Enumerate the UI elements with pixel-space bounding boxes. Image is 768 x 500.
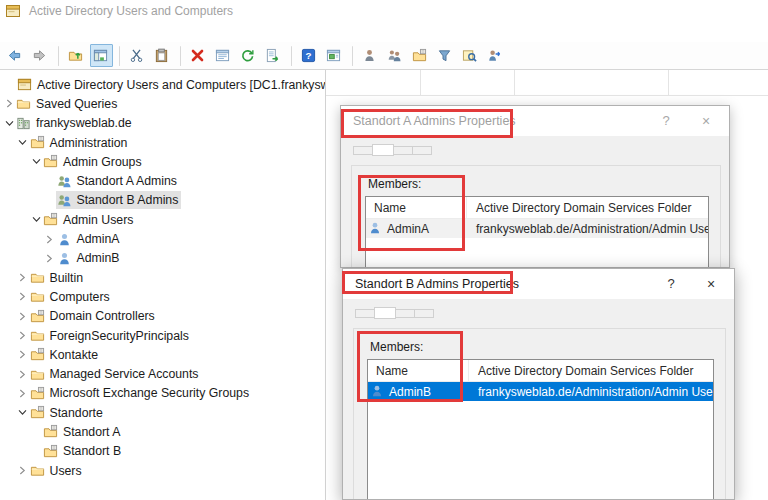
close-icon[interactable]: × <box>700 276 722 292</box>
tree-item-computers[interactable]: Computers <box>0 287 325 306</box>
tree-item-foreignsecurityprincipals[interactable]: ForeignSecurityPrincipals <box>0 326 325 345</box>
tree-item-admin-groups[interactable]: Admin Groups <box>0 152 325 171</box>
members-label: Members: <box>368 177 421 191</box>
members-column-name[interactable]: Name <box>366 197 467 218</box>
tree-item-standort-b[interactable]: Standort B <box>0 442 325 461</box>
expander-icon[interactable] <box>17 330 29 342</box>
toolbar-button-export-list[interactable] <box>262 44 285 67</box>
expander-icon[interactable] <box>44 233 56 245</box>
toolbar-button-delete[interactable] <box>187 44 210 67</box>
toolbar-button-filter[interactable] <box>434 44 457 67</box>
expander-icon[interactable] <box>4 79 16 91</box>
tab-general[interactable] <box>355 309 375 318</box>
expander-icon[interactable] <box>17 465 29 477</box>
tree-item-domain-controllers[interactable]: Domain Controllers <box>0 307 325 326</box>
expander-icon[interactable] <box>17 272 29 284</box>
console-icon <box>5 3 21 19</box>
toolbar-button-up-one-level[interactable] <box>65 44 88 67</box>
toolbar-button-paste[interactable] <box>151 44 174 67</box>
expander-icon[interactable] <box>44 175 56 187</box>
member-row-admina[interactable]: AdminA frankysweblab.de/Administration/A… <box>366 219 708 238</box>
tree-item-standort-a[interactable]: Standort A <box>0 422 325 441</box>
expander-icon[interactable] <box>30 426 42 438</box>
tree-item-standort-b-admins[interactable]: Standort B Admins <box>0 191 325 210</box>
dialog-title: Standort B Admins Properties <box>355 277 519 291</box>
dialog-standort-a-admins-properties: Standort A Admins Properties ? × Members… <box>340 105 730 268</box>
members-column-name[interactable]: Name <box>368 360 469 381</box>
tree-item-users[interactable]: Users <box>0 461 325 480</box>
window-titlebar: Active Directory Users and Computers <box>0 0 768 22</box>
toolbar-button-show-console-tree[interactable] <box>90 44 113 67</box>
newuser-icon <box>362 48 379 64</box>
column-header-name[interactable] <box>326 70 421 95</box>
tree-item-kontakte[interactable]: Kontakte <box>0 345 325 364</box>
ou-icon <box>43 154 60 170</box>
expander-icon[interactable] <box>3 98 15 110</box>
tab-managed-by[interactable] <box>414 309 434 318</box>
tab-members[interactable] <box>372 144 394 156</box>
menu-item-view[interactable] <box>32 30 48 34</box>
members-label: Members: <box>370 340 423 354</box>
tree-item-admina[interactable]: AdminA <box>0 229 325 248</box>
member-row-adminb[interactable]: AdminB frankysweblab.de/Administration/A… <box>368 382 713 401</box>
tab-member-of[interactable] <box>393 146 413 155</box>
tree-item-managed-service-accounts[interactable]: Managed Service Accounts <box>0 364 325 383</box>
tree-item-standorte[interactable]: Standorte <box>0 403 325 422</box>
toolbar-button-cut[interactable] <box>126 44 149 67</box>
help-button[interactable]: ? <box>655 113 677 128</box>
tab-general[interactable] <box>353 146 373 155</box>
toolbar-button-new-group[interactable] <box>384 44 407 67</box>
tree-item-microsoft-exchange-security-groups[interactable]: Microsoft Exchange Security Groups <box>0 384 325 403</box>
expander-icon[interactable] <box>17 407 29 419</box>
folder-icon <box>30 366 47 382</box>
expander-icon[interactable] <box>44 252 56 264</box>
console-tree-pane: Active Directory Users and Computers [DC… <box>0 70 326 500</box>
expander-icon[interactable] <box>30 445 42 457</box>
tab-members[interactable] <box>374 307 396 319</box>
toolbar-button-properties-window[interactable] <box>323 44 346 67</box>
column-header-description[interactable] <box>515 70 669 95</box>
menu-item-help[interactable] <box>48 30 64 34</box>
tree-item-builtin[interactable]: Builtin <box>0 268 325 287</box>
column-header[interactable] <box>669 70 768 95</box>
toolbar-button-refresh[interactable] <box>237 44 260 67</box>
expander-icon[interactable] <box>44 194 56 206</box>
expander-icon[interactable] <box>17 291 29 303</box>
toolbar-button-help[interactable]: ? <box>298 44 321 67</box>
ou-icon <box>43 212 60 228</box>
proplist-icon <box>215 48 232 64</box>
menu-item-file[interactable] <box>0 30 16 34</box>
expander-icon[interactable] <box>17 137 29 149</box>
expander-icon[interactable] <box>30 156 42 168</box>
expander-icon[interactable] <box>17 310 29 322</box>
toolbar-button-new-ou[interactable] <box>409 44 432 67</box>
group-icon <box>57 192 74 208</box>
toolbar-button-back[interactable] <box>4 44 27 67</box>
tab-member-of[interactable] <box>395 309 415 318</box>
tree-item-active-directory-users-and-computers-dc1-frankysweblab-de[interactable]: Active Directory Users and Computers [DC… <box>0 75 325 94</box>
dialog-standort-b-admins-properties: Standort B Admins Properties ? × Members… <box>342 268 735 500</box>
tree-item-adminb[interactable]: AdminB <box>0 249 325 268</box>
tree-item-standort-a-admins[interactable]: Standort A Admins <box>0 171 325 190</box>
members-column-folder[interactable]: Active Directory Domain Services Folder <box>467 201 708 215</box>
members-column-folder[interactable]: Active Directory Domain Services Folder <box>469 364 713 378</box>
close-icon[interactable]: × <box>695 113 717 129</box>
tab-managed-by[interactable] <box>412 146 432 155</box>
column-header-type[interactable] <box>421 70 515 95</box>
expander-icon[interactable] <box>30 214 42 226</box>
expander-icon[interactable] <box>17 368 29 380</box>
expander-icon[interactable] <box>17 387 29 399</box>
tree-item-frankysweblab-de[interactable]: frankysweblab.de <box>0 114 325 133</box>
tree-item-administration[interactable]: Administration <box>0 133 325 152</box>
menu-item-action[interactable] <box>16 30 32 34</box>
toolbar-button-new-user[interactable] <box>359 44 382 67</box>
tree-item-saved-queries[interactable]: Saved Queries <box>0 94 325 113</box>
expander-icon[interactable] <box>17 349 29 361</box>
toolbar-button-forward[interactable] <box>29 44 52 67</box>
tree-item-admin-users[interactable]: Admin Users <box>0 210 325 229</box>
toolbar-button-find-objects[interactable] <box>459 44 482 67</box>
help-button[interactable]: ? <box>660 276 682 291</box>
toolbar-button-properties[interactable] <box>212 44 235 67</box>
expander-icon[interactable] <box>3 117 15 129</box>
toolbar-button-delegate-control[interactable] <box>484 44 507 67</box>
